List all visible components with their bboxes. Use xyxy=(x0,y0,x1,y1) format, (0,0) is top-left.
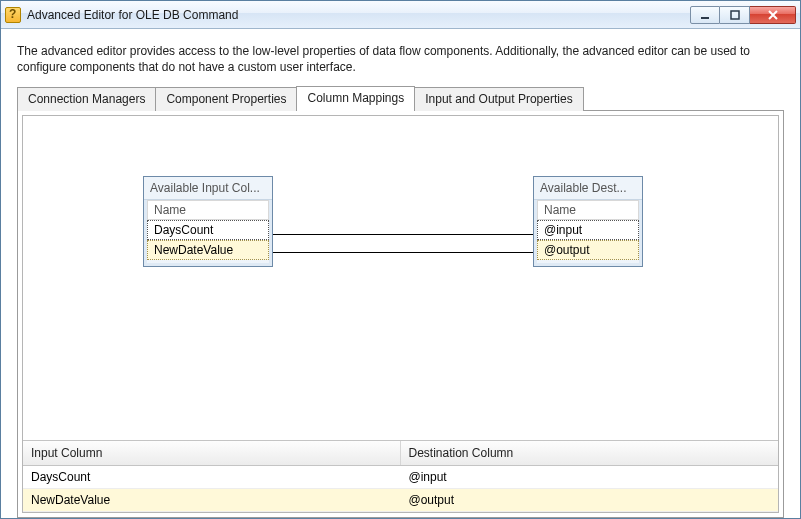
input-column-newdatevalue[interactable]: NewDateValue xyxy=(147,240,269,260)
grid-row-1[interactable]: DaysCount @input xyxy=(23,466,778,489)
dest-column-input[interactable]: @input xyxy=(537,220,639,240)
input-box-title: Available Input Col... xyxy=(144,177,272,200)
tab-strip: Connection Managers Component Properties… xyxy=(1,85,800,110)
tab-component-properties[interactable]: Component Properties xyxy=(155,87,297,111)
mapping-line-2[interactable] xyxy=(273,252,533,253)
titlebar[interactable]: Advanced Editor for OLE DB Command xyxy=(1,1,800,29)
dest-column-output[interactable]: @output xyxy=(537,240,639,260)
maximize-button[interactable] xyxy=(720,6,750,24)
grid-cell-input-2[interactable]: NewDateValue xyxy=(23,489,401,511)
available-input-columns-box[interactable]: Available Input Col... Name DaysCount Ne… xyxy=(143,176,273,267)
grid-cell-dest-1[interactable]: @input xyxy=(401,466,779,488)
available-destination-columns-box[interactable]: Available Dest... Name @input @output xyxy=(533,176,643,267)
window-title: Advanced Editor for OLE DB Command xyxy=(27,8,690,22)
input-column-dayscount[interactable]: DaysCount xyxy=(147,220,269,240)
tab-input-output-properties[interactable]: Input and Output Properties xyxy=(414,87,583,111)
dest-box-title: Available Dest... xyxy=(534,177,642,200)
svg-rect-1 xyxy=(731,11,739,19)
mapping-line-1[interactable] xyxy=(273,234,533,235)
mapping-grid: Input Column Destination Column DaysCoun… xyxy=(23,440,778,512)
window-controls xyxy=(690,6,796,24)
minimize-button[interactable] xyxy=(690,6,720,24)
grid-row-2[interactable]: NewDateValue @output xyxy=(23,489,778,512)
close-button[interactable] xyxy=(750,6,796,24)
tab-column-mappings[interactable]: Column Mappings xyxy=(296,86,415,111)
grid-header-destination-column[interactable]: Destination Column xyxy=(401,441,779,465)
input-box-header: Name xyxy=(147,200,269,220)
mapping-panel: Available Input Col... Name DaysCount Ne… xyxy=(22,115,779,513)
grid-header: Input Column Destination Column xyxy=(23,441,778,466)
tab-body: Available Input Col... Name DaysCount Ne… xyxy=(17,110,784,518)
grid-cell-input-1[interactable]: DaysCount xyxy=(23,466,401,488)
grid-cell-dest-2[interactable]: @output xyxy=(401,489,779,511)
grid-header-input-column[interactable]: Input Column xyxy=(23,441,401,465)
editor-description: The advanced editor provides access to t… xyxy=(1,29,800,85)
window-frame: Advanced Editor for OLE DB Command The a… xyxy=(0,0,801,519)
svg-rect-0 xyxy=(701,17,709,19)
help-icon xyxy=(5,7,21,23)
tab-connection-managers[interactable]: Connection Managers xyxy=(17,87,156,111)
mapping-canvas[interactable]: Available Input Col... Name DaysCount Ne… xyxy=(23,116,778,440)
dest-box-header: Name xyxy=(537,200,639,220)
